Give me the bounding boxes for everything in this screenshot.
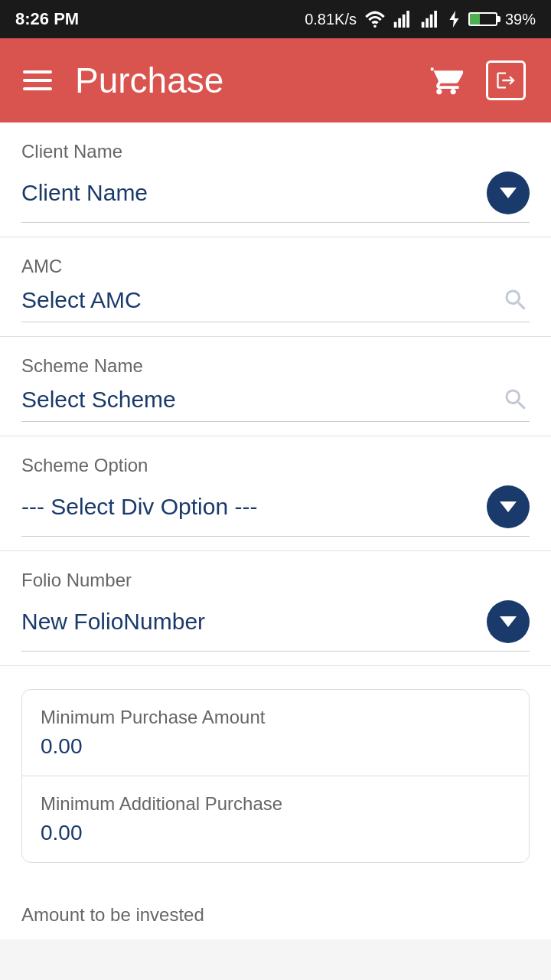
status-time: 8:26 PM — [15, 9, 79, 29]
min-purchase-row: Minimum Purchase Amount 0.00 — [22, 690, 529, 776]
chevron-down-icon — [500, 501, 517, 512]
folio-number-dropdown[interactable] — [487, 600, 530, 643]
amc-group: AMC Select AMC — [0, 237, 551, 337]
svg-rect-4 — [406, 11, 409, 28]
folio-number-label: Folio Number — [21, 570, 530, 591]
svg-rect-7 — [430, 15, 433, 28]
svg-rect-1 — [394, 22, 397, 28]
scheme-option-dropdown[interactable] — [487, 485, 530, 528]
folio-number-group: Folio Number New FolioNumber — [0, 551, 551, 666]
signal2-icon — [421, 11, 441, 28]
logout-icon — [495, 70, 517, 91]
scheme-option-label: Scheme Option — [21, 455, 530, 476]
min-additional-value: 0.00 — [41, 821, 510, 845]
scheme-name-group: Scheme Name Select Scheme — [0, 337, 551, 436]
wifi-icon — [364, 11, 386, 28]
nav-right — [424, 58, 528, 103]
scheme-option-group: Scheme Option --- Select Div Option --- — [0, 436, 551, 551]
min-purchase-label: Minimum Purchase Amount — [41, 707, 510, 728]
cart-button[interactable] — [424, 58, 468, 103]
client-name-value: Client Name — [21, 180, 148, 206]
svg-rect-8 — [434, 11, 437, 28]
client-name-label: Client Name — [21, 141, 530, 162]
min-additional-label: Minimum Additional Purchase — [41, 793, 510, 815]
scheme-option-value: --- Select Div Option --- — [21, 494, 257, 520]
scheme-name-value: Select Scheme — [21, 387, 176, 413]
battery-icon — [468, 12, 497, 26]
svg-rect-5 — [422, 22, 425, 28]
nav-left: Purchase — [23, 60, 223, 101]
scheme-search-icon[interactable] — [502, 386, 530, 413]
svg-rect-6 — [425, 18, 429, 28]
cart-icon — [429, 64, 463, 97]
charging-icon — [448, 11, 461, 28]
chevron-down-icon — [500, 616, 517, 627]
content: Client Name Client Name AMC Select AMC S… — [0, 122, 551, 939]
logout-icon-box — [486, 60, 526, 100]
battery-percent: 39% — [505, 11, 536, 28]
status-bar: 8:26 PM 0.81K/s — [0, 0, 551, 38]
hamburger-menu[interactable] — [23, 70, 52, 90]
folio-number-value: New FolioNumber — [21, 609, 205, 635]
min-additional-row: Minimum Additional Purchase 0.00 — [22, 776, 529, 862]
scheme-name-row: Select Scheme — [21, 386, 530, 422]
page-title: Purchase — [75, 60, 223, 101]
logout-button[interactable] — [484, 58, 528, 103]
info-card: Minimum Purchase Amount 0.00 Minimum Add… — [21, 689, 530, 863]
navbar: Purchase — [0, 38, 551, 122]
status-right: 0.81K/s — [305, 11, 536, 28]
client-name-row: Client Name — [21, 172, 530, 223]
amc-row: Select AMC — [21, 286, 530, 322]
chevron-down-icon — [500, 188, 517, 198]
amc-label: AMC — [21, 256, 530, 277]
svg-point-0 — [373, 25, 377, 28]
svg-rect-2 — [398, 18, 401, 28]
network-speed: 0.81K/s — [305, 11, 357, 28]
client-name-dropdown[interactable] — [487, 172, 530, 214]
min-purchase-value: 0.00 — [41, 734, 510, 759]
amount-invest-label: Amount to be invested — [21, 904, 530, 926]
amount-invest-group: Amount to be invested — [0, 886, 551, 939]
scheme-name-label: Scheme Name — [21, 355, 530, 377]
svg-rect-3 — [403, 15, 406, 28]
scheme-option-row: --- Select Div Option --- — [21, 485, 530, 537]
client-name-group: Client Name Client Name — [0, 122, 551, 237]
folio-number-row: New FolioNumber — [21, 600, 530, 652]
signal-icon — [393, 11, 413, 28]
amc-search-icon[interactable] — [502, 286, 530, 314]
amc-value: Select AMC — [21, 287, 142, 313]
